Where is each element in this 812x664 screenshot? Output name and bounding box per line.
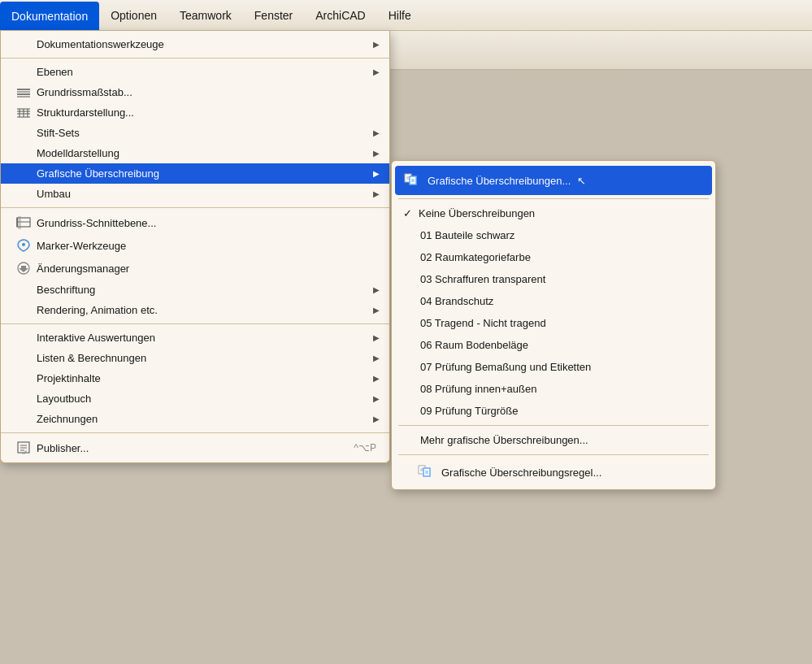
menu-item-interaktive-auswertungen[interactable]: Interaktive Auswertungen ▶ bbox=[1, 328, 389, 348]
submenu-arrow: ▶ bbox=[373, 40, 380, 49]
dokumentation-menu: Dokumentationswerkzeuge ▶ Ebenen ▶ Grund… bbox=[0, 31, 390, 463]
submenu-arrow: ▶ bbox=[373, 414, 380, 423]
submenu-arrow: ▶ bbox=[373, 128, 380, 137]
lines-icon bbox=[14, 87, 33, 98]
submenu-item-grafische-ueberschreibungen[interactable]: Grafische Überschreibungen... ↖ bbox=[395, 166, 712, 195]
submenu-item-06[interactable]: 06 Raum Bodenbeläge bbox=[392, 334, 715, 356]
menu-item-dokumentationswerkzeuge[interactable]: Dokumentationswerkzeuge ▶ bbox=[1, 34, 389, 54]
submenu-item-regel[interactable]: Grafische Überschreibungsregel... bbox=[392, 458, 715, 486]
section-icon bbox=[14, 215, 33, 230]
submenu-divider-1 bbox=[398, 198, 709, 199]
divider-3 bbox=[1, 323, 389, 324]
graphic-override-icon bbox=[403, 171, 421, 189]
menu-item-rendering[interactable]: Rendering, Animation etc. ▶ bbox=[1, 300, 389, 320]
submenu-arrow: ▶ bbox=[373, 354, 380, 362]
menu-item-marker-werkzeuge[interactable]: Marker-Werkzeuge bbox=[1, 234, 389, 257]
menu-item-aenderungsmanager[interactable]: Änderungsmanager bbox=[1, 257, 389, 280]
svg-point-38 bbox=[22, 243, 25, 246]
menu-item-grundrissmassstab[interactable]: Grundrissmaßstab... bbox=[1, 82, 389, 102]
submenu-arrow: ▶ bbox=[373, 67, 380, 76]
submenu-arrow: ▶ bbox=[373, 333, 380, 342]
menu-item-stift-sets[interactable]: Stift-Sets ▶ bbox=[1, 123, 389, 143]
submenu-arrow: ▶ bbox=[373, 285, 380, 294]
menu-item-zeichnungen[interactable]: Zeichnungen ▶ bbox=[1, 409, 389, 429]
menu-item-listen-berechnungen[interactable]: Listen & Berechnungen ▶ bbox=[1, 348, 389, 368]
publisher-shortcut: ^⌥P bbox=[354, 442, 376, 454]
graphic-rule-icon bbox=[417, 463, 435, 481]
menu-item-publisher[interactable]: Publisher... ^⌥P bbox=[1, 436, 389, 459]
submenu-item-mehr[interactable]: Mehr grafische Überschreibungen... bbox=[392, 429, 715, 451]
menu-hilfe[interactable]: Hilfe bbox=[377, 0, 423, 30]
submenu-item-08[interactable]: 08 Prüfung innen+außen bbox=[392, 378, 715, 400]
submenu-divider-3 bbox=[398, 454, 709, 455]
marker-icon bbox=[14, 238, 33, 253]
menu-item-umbau[interactable]: Umbau ▶ bbox=[1, 184, 389, 204]
submenu-item-03[interactable]: 03 Schraffuren transparent bbox=[392, 268, 715, 290]
submenu-arrow: ▶ bbox=[373, 169, 380, 178]
publisher-icon bbox=[14, 440, 33, 455]
menu-dokumentation[interactable]: Dokumentation bbox=[0, 2, 99, 30]
submenu-item-05[interactable]: 05 Tragend - Nicht tragend bbox=[392, 312, 715, 334]
submenu-item-keine[interactable]: Keine Überschreibungen bbox=[392, 202, 715, 224]
menu-item-beschriftung[interactable]: Beschriftung ▶ bbox=[1, 280, 389, 300]
menu-item-strukturdarstellung[interactable]: Strukturdarstellung... bbox=[1, 102, 389, 123]
menu-item-grundriss-schnittebene[interactable]: Grundriss-Schnittebene... bbox=[1, 211, 389, 234]
svg-rect-26 bbox=[410, 176, 416, 184]
submenu-item-04[interactable]: 04 Brandschutz bbox=[392, 290, 715, 312]
submenu-divider-2 bbox=[398, 425, 709, 426]
menu-optionen[interactable]: Optionen bbox=[99, 0, 168, 30]
menubar: Dokumentation Optionen Teamwork Fenster … bbox=[0, 0, 812, 31]
svg-rect-32 bbox=[423, 468, 430, 476]
menu-fenster[interactable]: Fenster bbox=[243, 0, 304, 30]
menu-item-ebenen[interactable]: Ebenen ▶ bbox=[1, 62, 389, 82]
divider-1 bbox=[1, 58, 389, 59]
menu-item-projektinhalte[interactable]: Projektinhalte ▶ bbox=[1, 368, 389, 388]
menu-teamwork[interactable]: Teamwork bbox=[168, 0, 243, 30]
grafische-ueberschreibung-submenu: Grafische Überschreibungen... ↖ Keine Üb… bbox=[391, 160, 716, 490]
submenu-item-01[interactable]: 01 Bauteile schwarz bbox=[392, 224, 715, 246]
submenu-item-07[interactable]: 07 Prüfung Bemaßung und Etiketten bbox=[392, 356, 715, 378]
divider-2 bbox=[1, 207, 389, 208]
submenu-arrow: ▶ bbox=[373, 306, 380, 315]
cursor-indicator: ↖ bbox=[577, 175, 586, 187]
menu-archicard[interactable]: ArchiCAD bbox=[304, 0, 376, 30]
menu-item-layoutbuch[interactable]: Layoutbuch ▶ bbox=[1, 388, 389, 409]
divider-4 bbox=[1, 432, 389, 433]
change-icon bbox=[14, 261, 33, 276]
submenu-arrow: ▶ bbox=[373, 149, 380, 158]
submenu-arrow: ▶ bbox=[373, 189, 380, 198]
submenu-item-02[interactable]: 02 Raumkategoriefarbe bbox=[392, 246, 715, 268]
submenu-arrow: ▶ bbox=[373, 394, 380, 403]
submenu-arrow: ▶ bbox=[373, 374, 380, 383]
submenu-item-09[interactable]: 09 Prüfung Türgröße bbox=[392, 400, 715, 422]
hatch-icon bbox=[14, 107, 33, 119]
menu-item-grafische-ueberschreibung[interactable]: Grafische Überschreibung ▶ Grafische Übe… bbox=[1, 163, 389, 184]
menu-item-modelldarstellung[interactable]: Modelldarstellung ▶ bbox=[1, 143, 389, 163]
